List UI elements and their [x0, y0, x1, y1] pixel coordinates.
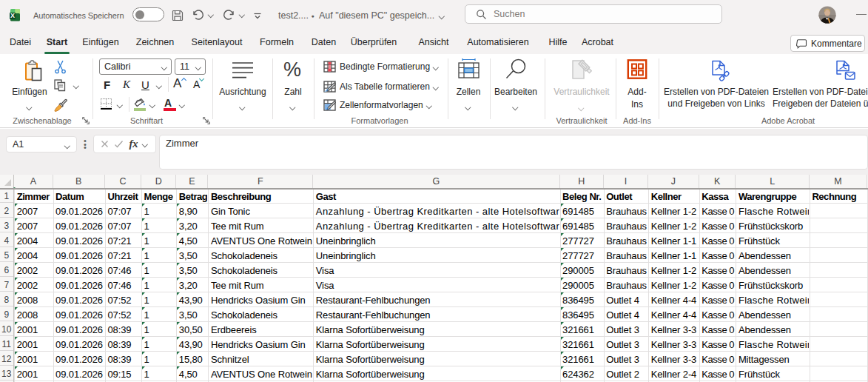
svg-text:X: X: [10, 12, 15, 19]
